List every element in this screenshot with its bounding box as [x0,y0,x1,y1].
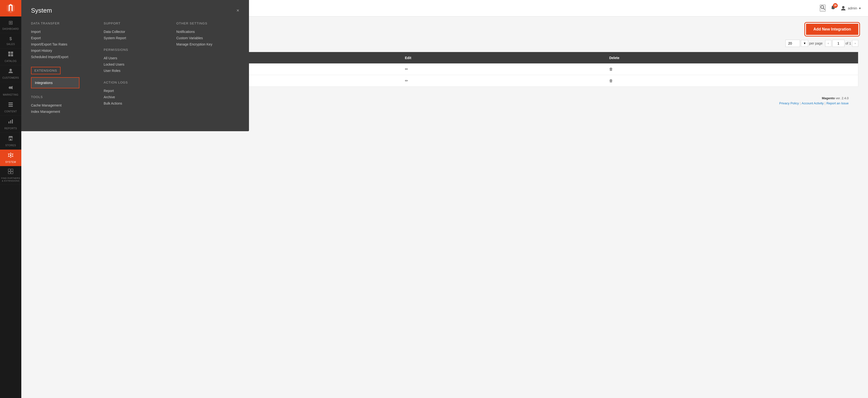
page-nav: ‹ of 1 › [825,40,858,47]
menu-item-report[interactable]: Report [104,88,166,94]
menu-item-import-export-tax[interactable]: Import/Export Tax Rates [31,41,94,47]
table-cell-delete: 🗑 [604,75,858,87]
svg-rect-3 [11,54,13,57]
svg-rect-5 [8,102,13,103]
menu-item-user-roles[interactable]: User Roles [104,68,166,74]
sidebar-logo [0,0,21,16]
menu-item-manage-encryption[interactable]: Manage Encryption Key [176,41,239,47]
notification-badge: 39 [833,3,838,8]
svg-rect-2 [8,54,10,57]
system-menu-header: System × [31,7,239,14]
sidebar: ⊞ DASHBOARD $ SALES CATALOG CUSTOMERS MA… [0,0,21,398]
page-total: of 1 [845,41,851,45]
user-avatar-icon [841,6,846,11]
catalog-icon [8,51,13,59]
menu-item-index[interactable]: Index Management [31,108,94,115]
sidebar-item-stores[interactable]: STORES [0,133,21,150]
sidebar-item-system[interactable]: SYSTEM [0,150,21,167]
data-transfer-title: Data Transfer [31,22,94,25]
system-icon [8,153,13,160]
menu-item-export[interactable]: Export [31,35,94,41]
extensions-section: Extensions Integrations [31,67,94,88]
stores-icon [8,136,13,143]
edit-icon-1[interactable]: ✏ [405,67,408,71]
svg-point-13 [10,155,11,156]
report-issue-link[interactable]: Report an Issue [826,101,848,105]
account-activity-link[interactable]: Account Activity [802,101,824,105]
menu-item-integrations[interactable]: Integrations [35,80,75,86]
user-menu[interactable]: admin ▾ [841,6,861,11]
per-page-select: ▼ per page [785,40,823,47]
page-prev-button[interactable]: ‹ [825,40,831,47]
data-transfer-section: Data Transfer Import Export Import/Expor… [31,22,94,60]
footer-links: Privacy Policy | Account Activity | Repo… [779,101,848,105]
user-label: admin [848,6,857,10]
svg-rect-16 [8,172,10,174]
magento-version: Magento ver. 2.4.0 [822,96,848,100]
support-title: Support [104,22,166,25]
per-page-label: per page [809,41,823,45]
menu-item-data-collector[interactable]: Data Collector [104,29,166,35]
menu-item-custom-variables[interactable]: Custom Variables [176,35,239,41]
svg-rect-8 [8,122,9,124]
menu-item-all-users[interactable]: All Users [104,55,166,61]
menu-item-archive[interactable]: Archive [104,94,166,100]
magento-brand: Magento [822,96,835,100]
system-menu-columns: Data Transfer Import Export Import/Expor… [31,22,239,122]
svg-line-19 [824,8,825,10]
per-page-input[interactable] [785,40,800,47]
sidebar-item-reports[interactable]: REPORTS [0,116,21,133]
action-logs-section: Action Logs Report Archive Bulk Actions [104,80,166,106]
add-new-integration-button[interactable]: Add New Integration [806,24,858,35]
table-cell-edit: ✏ [400,75,604,87]
sidebar-item-dashboard[interactable]: ⊞ DASHBOARD [0,16,21,33]
sidebar-item-marketing[interactable]: MARKETING [0,82,21,99]
svg-rect-12 [10,139,11,140]
svg-rect-10 [12,119,13,124]
sidebar-item-label: SALES [6,43,15,46]
permissions-section: Permissions All Users Locked Users User … [104,48,166,74]
menu-item-notifications[interactable]: Notifications [176,29,239,35]
sidebar-item-content[interactable]: CONTENT [0,99,21,116]
menu-item-import[interactable]: Import [31,29,94,35]
delete-icon-2[interactable]: 🗑 [609,79,613,83]
privacy-policy-link[interactable]: Privacy Policy [779,101,799,105]
per-page-dropdown[interactable]: ▼ [801,40,808,47]
svg-rect-6 [8,104,13,105]
table-header-delete: Delete [604,52,858,64]
page-next-button[interactable]: › [852,40,858,47]
menu-item-import-history[interactable]: Import History [31,47,94,54]
sidebar-item-catalog[interactable]: CATALOG [0,48,21,65]
notification-button[interactable]: 39 [831,5,836,11]
delete-icon-1[interactable]: 🗑 [609,67,613,71]
svg-rect-7 [8,106,13,107]
table-header-edit: Edit [400,52,604,64]
sidebar-item-label: SYSTEM [5,161,16,164]
sidebar-item-find[interactable]: FIND PARTNERS & EXTENSIONS [0,166,21,185]
svg-point-20 [842,6,844,8]
menu-item-locked-users[interactable]: Locked Users [104,61,166,68]
sidebar-item-label: FIND PARTNERS & EXTENSIONS [1,177,20,182]
permissions-title: Permissions [104,48,166,52]
svg-point-4 [9,69,12,71]
table-cell-edit: ✏ [400,63,604,75]
svg-rect-0 [8,52,10,54]
sidebar-item-label: CUSTOMERS [2,76,19,79]
page-number-input[interactable] [832,40,844,47]
menu-item-system-report[interactable]: System Report [104,35,166,41]
menu-item-scheduled[interactable]: Scheduled Import/Export [31,54,94,60]
user-dropdown-icon: ▾ [859,6,861,10]
search-button[interactable] [820,5,826,12]
edit-icon-2[interactable]: ✏ [405,79,408,83]
sidebar-item-sales[interactable]: $ SALES [0,33,21,48]
svg-rect-14 [8,169,10,171]
sidebar-item-customers[interactable]: CUSTOMERS [0,65,21,82]
find-icon [8,169,13,176]
menu-item-cache[interactable]: Cache Management [31,102,94,108]
reports-icon [8,119,13,126]
tools-section: Tools Cache Management Index Management [31,95,94,115]
system-menu-close-button[interactable]: × [237,8,239,13]
menu-item-bulk-actions[interactable]: Bulk Actions [104,100,166,106]
system-menu: System × Data Transfer Import Export Imp… [21,0,249,131]
action-logs-title: Action Logs [104,80,166,84]
